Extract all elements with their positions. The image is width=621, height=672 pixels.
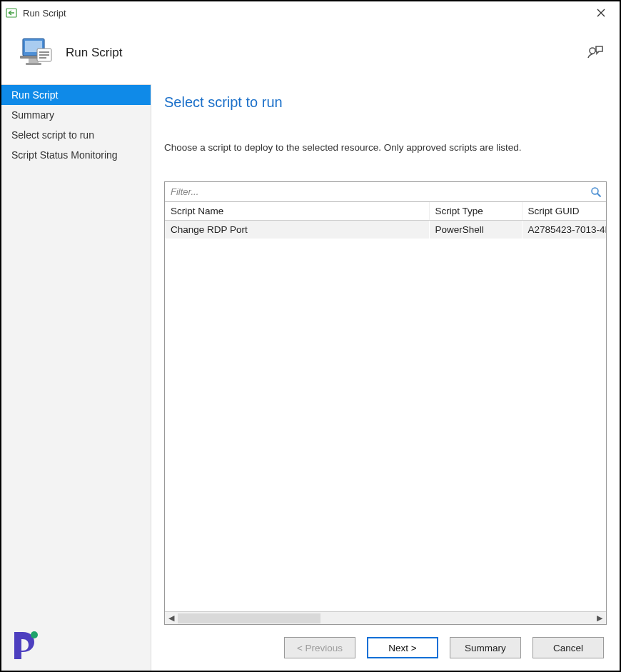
- script-table-scroll: Script Name Script Type Script GUID Chan…: [165, 202, 606, 611]
- run-script-wizard-window: Run Script Run Script: [0, 0, 621, 672]
- previous-button: < Previous: [284, 637, 355, 658]
- column-script-name[interactable]: Script Name: [165, 202, 429, 221]
- svg-point-8: [592, 188, 598, 194]
- scroll-track[interactable]: [178, 613, 593, 624]
- column-script-type[interactable]: Script Type: [429, 202, 522, 221]
- close-icon: [597, 9, 605, 17]
- cancel-button[interactable]: Cancel: [532, 637, 604, 658]
- step-select-script[interactable]: Select script to run: [1, 125, 151, 145]
- summary-button[interactable]: Summary: [450, 637, 521, 658]
- search-button[interactable]: [586, 183, 606, 201]
- svg-rect-5: [26, 63, 41, 65]
- column-script-guid[interactable]: Script GUID: [522, 202, 606, 221]
- step-run-script[interactable]: Run Script: [1, 85, 151, 105]
- next-button[interactable]: Next >: [367, 637, 438, 658]
- step-summary[interactable]: Summary: [1, 105, 151, 125]
- watermark-logo: [10, 628, 44, 662]
- wizard-footer: < Previous Next > Summary Cancel: [151, 625, 620, 671]
- page-title: Select script to run: [164, 94, 607, 111]
- wizard-header: Run Script: [1, 24, 620, 84]
- wizard-title: Run Script: [66, 46, 122, 60]
- svg-point-7: [590, 48, 595, 54]
- scroll-right-arrow[interactable]: ▶: [593, 613, 606, 624]
- cell-script-type: PowerShell: [429, 221, 522, 239]
- step-status-monitoring[interactable]: Script Status Monitoring: [1, 145, 151, 165]
- scroll-thumb[interactable]: [178, 613, 320, 623]
- search-icon: [590, 186, 602, 198]
- wizard-main: Select script to run Choose a script to …: [151, 84, 620, 671]
- script-table: Script Name Script Type Script GUID Chan…: [165, 202, 606, 239]
- titlebar: Run Script: [1, 1, 620, 24]
- computer-script-icon: [16, 34, 53, 71]
- table-row[interactable]: Change RDP Port PowerShell A2785423-7013…: [165, 221, 606, 239]
- cell-script-guid: A2785423-7013-4BA: [522, 221, 606, 239]
- app-icon: [6, 7, 17, 19]
- scroll-left-arrow[interactable]: ◀: [165, 613, 178, 624]
- svg-line-9: [597, 194, 601, 197]
- cell-script-name: Change RDP Port: [165, 221, 429, 239]
- close-button[interactable]: [587, 3, 615, 23]
- wizard-body: Run Script Summary Select script to run …: [1, 84, 620, 671]
- svg-point-10: [31, 631, 38, 638]
- filter-input[interactable]: [165, 184, 586, 200]
- page-description: Choose a script to deploy to the selecte…: [164, 142, 607, 153]
- feedback-icon[interactable]: [587, 44, 605, 62]
- wizard-steps-sidebar: Run Script Summary Select script to run …: [1, 84, 151, 671]
- filter-row: [165, 182, 606, 202]
- horizontal-scrollbar[interactable]: ◀ ▶: [165, 611, 606, 624]
- window-title: Run Script: [23, 8, 66, 19]
- script-grid: Script Name Script Type Script GUID Chan…: [164, 181, 607, 625]
- table-header-row: Script Name Script Type Script GUID: [165, 202, 606, 221]
